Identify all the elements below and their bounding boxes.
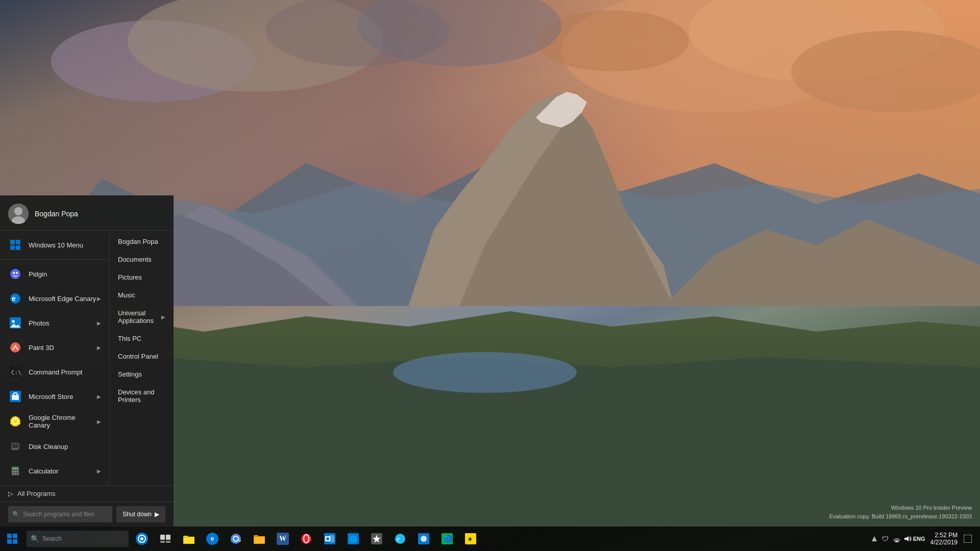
svg-point-29 — [10, 269, 20, 279]
file-manager-icon — [254, 534, 265, 544]
taskbar-chrome[interactable] — [225, 528, 247, 550]
menu-item-calculator[interactable]: Calculator ▶ — [0, 459, 109, 483]
right-item-bogdan[interactable]: Bogdan Popa — [110, 233, 174, 251]
svg-point-95 — [896, 541, 897, 542]
svg-rect-54 — [12, 473, 14, 475]
right-item-documents[interactable]: Documents — [110, 251, 174, 268]
task-view-icon — [160, 535, 170, 543]
taskbar-app13[interactable] — [412, 528, 435, 550]
notification-button[interactable] — [960, 528, 976, 550]
taskbar-app11[interactable] — [365, 528, 388, 550]
taskbar-file-manager[interactable] — [248, 528, 271, 550]
shutdown-arrow: ▶ — [155, 511, 159, 518]
right-item-universal-apps[interactable]: Universal Applications ▶ — [110, 304, 174, 330]
ie-icon: e — [395, 533, 406, 544]
svg-rect-60 — [13, 539, 17, 544]
right-item-pictures[interactable]: Pictures — [110, 268, 174, 286]
right-item-devices-printers[interactable]: Devices and Printers — [110, 383, 174, 409]
taskbar-search-text: Search — [42, 535, 62, 542]
tray-security[interactable]: 🛡 — [880, 534, 891, 544]
svg-point-72 — [234, 537, 238, 541]
tray-volume[interactable] — [903, 534, 913, 544]
right-item-settings[interactable]: Settings — [110, 365, 174, 383]
menu-bottom: 🔍 Shut down ▶ — [0, 502, 174, 527]
photos-label: Photos — [29, 319, 97, 327]
svg-marker-96 — [904, 536, 909, 541]
taskbar-file-explorer[interactable] — [178, 528, 200, 550]
disk-cleanup-icon — [8, 439, 22, 454]
taskbar-search[interactable]: 🔍 Search — [27, 531, 129, 547]
right-item-control-panel[interactable]: Control Panel — [110, 347, 174, 365]
build-info-line2: Evaluation copy. Build 18865.rs_prerelea… — [829, 512, 972, 521]
shutdown-label: Shut down — [122, 511, 152, 518]
menu-item-paint3d[interactable]: Paint 3D ▶ — [0, 335, 109, 360]
windows-menu-icon — [8, 238, 22, 252]
svg-rect-52 — [15, 471, 16, 472]
svg-rect-66 — [166, 541, 170, 543]
svg-text:★: ★ — [467, 535, 473, 543]
menu-item-disk-cleanup[interactable]: Disk Cleanup — [0, 434, 109, 459]
ms-store-arrow: ▶ — [97, 394, 101, 399]
all-programs-arrow: ▷ — [8, 490, 13, 497]
taskbar-ie[interactable]: e — [389, 528, 411, 550]
svg-rect-58 — [13, 534, 17, 538]
start-button[interactable] — [0, 527, 24, 551]
pidgin-label: Pidgin — [29, 270, 101, 278]
svg-rect-50 — [12, 467, 18, 470]
edge-canary-label: Microsoft Edge Canary — [29, 295, 97, 303]
tray-language[interactable]: ENG — [914, 534, 924, 544]
taskbar-app15[interactable]: ★ — [459, 528, 482, 550]
all-programs-label: All Programs — [17, 490, 55, 497]
svg-rect-56 — [17, 473, 18, 475]
user-profile[interactable]: Bogdan Popa — [0, 195, 174, 231]
paint3d-arrow: ▶ — [97, 345, 101, 350]
taskbar-word[interactable]: W — [272, 528, 294, 550]
right-item-documents-label: Documents — [118, 256, 152, 263]
svg-rect-69 — [184, 538, 194, 543]
svg-rect-53 — [17, 471, 18, 472]
svg-rect-51 — [12, 471, 14, 472]
notification-icon — [964, 535, 972, 543]
calculator-label: Calculator — [29, 467, 97, 475]
taskbar-task-view[interactable] — [154, 528, 177, 550]
menu-body: Windows 10 Menu Pidgin — [0, 231, 174, 485]
svg-point-30 — [13, 272, 15, 274]
chrome-canary-icon — [8, 414, 22, 429]
menu-item-command-prompt[interactable]: C:\> Command Prompt — [0, 360, 109, 384]
taskbar-app14[interactable]: 🔵 — [436, 528, 458, 550]
paint3d-label: Paint 3D — [29, 344, 97, 352]
menu-item-windows-menu[interactable]: Windows 10 Menu — [0, 233, 109, 257]
taskbar-edge[interactable]: e — [201, 528, 224, 550]
right-item-music-label: Music — [118, 291, 135, 299]
clock[interactable]: 2:52 PM 4/22/2019 — [930, 532, 958, 546]
user-avatar — [8, 204, 29, 224]
taskbar-opera[interactable] — [295, 528, 317, 550]
search-input[interactable] — [23, 511, 108, 518]
command-prompt-icon: C:\> — [8, 365, 22, 379]
shutdown-button[interactable]: Shut down ▶ — [116, 506, 165, 522]
svg-point-45 — [13, 419, 17, 423]
tray-network[interactable] — [892, 534, 902, 544]
taskbar-app10[interactable]: 🌐 — [342, 528, 364, 550]
edge-canary-icon: e — [8, 291, 22, 306]
taskbar: 🔍 Search e — [0, 527, 980, 551]
app13-icon — [418, 533, 429, 544]
menu-item-edge-canary[interactable]: e Microsoft Edge Canary ▶ — [0, 286, 109, 311]
menu-item-photos[interactable]: Photos ▶ — [0, 311, 109, 335]
menu-item-chrome-canary[interactable]: Google Chrome Canary ▶ — [0, 409, 109, 434]
taskbar-cortana[interactable] — [131, 528, 153, 550]
taskbar-outlook[interactable] — [318, 528, 341, 550]
svg-rect-68 — [183, 536, 188, 538]
right-item-music[interactable]: Music — [110, 286, 174, 304]
tray-show-hidden[interactable] — [869, 534, 879, 544]
taskbar-pinned-apps: e W — [129, 528, 865, 550]
search-box-icon: 🔍 — [12, 511, 20, 518]
all-programs-link[interactable]: ▷ All Programs — [0, 485, 174, 502]
svg-text:C:\>: C:\> — [11, 369, 21, 376]
menu-item-ms-store[interactable]: Microsoft Store ▶ — [0, 384, 109, 409]
svg-point-21 — [393, 352, 577, 393]
search-box[interactable]: 🔍 — [8, 506, 112, 522]
right-item-this-pc[interactable]: This PC — [110, 330, 174, 347]
taskbar-right: 🛡 ENG 2:52 PM 4/22/2019 — [865, 528, 980, 550]
menu-item-pidgin[interactable]: Pidgin — [0, 262, 109, 286]
